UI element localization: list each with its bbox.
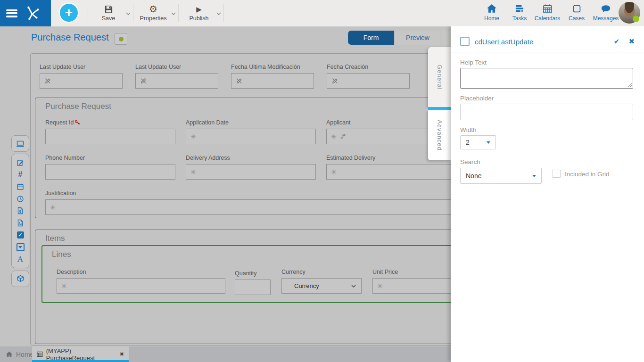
nav-tasks[interactable]: Tasks (506, 3, 533, 22)
view-tab-form[interactable]: Form (348, 31, 394, 45)
currency-select[interactable]: Currency (281, 278, 362, 294)
view-tab-preview[interactable]: Preview (395, 31, 440, 45)
checkbox-icon[interactable]: ✓ (15, 230, 25, 240)
toolbar-divider (223, 4, 224, 22)
width-select[interactable]: 2 (460, 135, 496, 149)
properties-dropdown-chevron[interactable] (171, 9, 176, 17)
field-input[interactable] (327, 73, 410, 89)
field-delivery-address: Delivery Address ✳ (186, 155, 316, 180)
bottom-home-tab[interactable]: Home (6, 346, 33, 362)
resize-grip[interactable] (627, 83, 632, 87)
publish-dropdown-chevron[interactable] (216, 9, 222, 17)
nav-cases[interactable]: Cases (563, 3, 590, 22)
field-input[interactable]: ✳ (45, 199, 465, 215)
menu-icon[interactable] (6, 9, 17, 17)
readonly-pencil-icon (140, 77, 147, 84)
number-icon[interactable]: # (15, 169, 25, 180)
cube-icon[interactable] (15, 274, 25, 284)
entity-relation-icon (339, 133, 347, 140)
active-tab-indicator (428, 107, 451, 110)
field-phone-number: Phone Number (45, 155, 175, 180)
field-fecha-creacion: Fecha Creación (327, 64, 410, 89)
calendars-icon (532, 3, 563, 14)
close-icon[interactable]: ✖ (628, 37, 635, 46)
field-fecha-ultima-modificacion: Fecha Ultima Modificación (231, 64, 314, 89)
messages-icon (590, 3, 621, 14)
field-label: Fecha Creación (327, 64, 410, 70)
field-label: Application Date (186, 119, 316, 126)
active-tab-underline (32, 360, 129, 362)
chevron-down-icon (532, 175, 536, 177)
add-button[interactable]: + (58, 2, 79, 23)
save-dropdown-chevron[interactable] (125, 9, 131, 17)
field-input[interactable] (45, 129, 175, 144)
bizagi-logo-icon[interactable] (23, 4, 41, 22)
bottom-tab-label: (MYAPP) PurchaseRequest (46, 347, 115, 362)
online-status-dot (633, 16, 639, 22)
field-input[interactable]: ✳ (186, 164, 316, 180)
field-input[interactable] (235, 280, 271, 295)
field-application-date: Application Date ✳ (186, 119, 316, 144)
apply-icon[interactable]: ✔ (614, 37, 620, 46)
publish-play-icon: ▶ (184, 3, 214, 14)
included-in-grid-label: Included in Grid (565, 171, 610, 178)
save-button[interactable]: Save (93, 3, 124, 24)
text-label-icon[interactable]: A (15, 254, 25, 264)
monitor-icon[interactable] (15, 139, 25, 149)
tab-general[interactable]: General (428, 47, 451, 107)
save-icon (93, 3, 124, 14)
field-input[interactable]: ✳ (186, 129, 316, 144)
field-input[interactable] (135, 73, 218, 89)
field-select-checkbox[interactable] (460, 37, 470, 46)
field-input[interactable] (40, 73, 123, 89)
nav-tasks-label: Tasks (506, 15, 533, 22)
field-currency: Currency Currency (281, 269, 362, 294)
toolbar-divider (88, 4, 88, 22)
nav-calendars[interactable]: Calendars (532, 3, 563, 22)
calendar-icon[interactable] (15, 181, 25, 192)
required-icon: ✳ (50, 204, 56, 211)
page-title: Purchase Request (31, 32, 109, 43)
gear-icon: ⚙ (138, 3, 169, 14)
placeholder-input[interactable] (460, 104, 633, 120)
field-label: Request Id (45, 119, 74, 126)
edit-icon[interactable] (15, 157, 25, 168)
view-tab-partial[interactable] (441, 31, 451, 45)
width-label: Width (460, 126, 477, 133)
nav-home[interactable]: Home (478, 3, 505, 22)
tasks-icon (506, 3, 533, 14)
app-screen: Purchase Request Form Preview Last Updat… (0, 0, 644, 362)
field-input[interactable] (45, 164, 175, 180)
field-label: Fecha Ultima Modificación (231, 64, 314, 70)
publish-button[interactable]: ▶ Publish (184, 3, 214, 24)
save-label: Save (93, 15, 124, 22)
nav-messages-label: Messages (590, 15, 621, 22)
form-status-button[interactable] (115, 33, 127, 45)
field-label: Delivery Address (186, 155, 316, 161)
palette-box-controls: # ✓ A (11, 154, 29, 268)
nav-messages[interactable]: Messages (590, 3, 621, 22)
field-last-update-user-1: Last Update User (40, 64, 123, 89)
brand-block (0, 0, 51, 26)
field-input[interactable] (231, 73, 314, 89)
field-label: Justification (45, 190, 465, 197)
combobox-icon[interactable] (15, 242, 25, 252)
chevron-down-icon (351, 284, 356, 288)
key-icon (74, 120, 80, 125)
help-text-textarea[interactable] (460, 68, 633, 89)
tab-advanced[interactable]: Advanced (428, 110, 451, 160)
search-select[interactable]: None (460, 168, 542, 184)
readonly-pencil-icon (236, 77, 243, 84)
tab-close-icon[interactable]: ✖ (120, 351, 124, 357)
image-icon[interactable] (15, 218, 25, 228)
file-icon[interactable] (15, 206, 25, 216)
nav-calendars-label: Calendars (532, 15, 563, 22)
status-dot-icon (119, 37, 124, 41)
form-document-icon (37, 351, 43, 357)
field-input[interactable]: ✳ (57, 278, 225, 294)
included-in-grid-checkbox[interactable] (553, 170, 561, 178)
field-input[interactable]: ✳ (326, 164, 456, 180)
bottom-home-label: Home (16, 351, 33, 358)
clock-icon[interactable] (15, 194, 25, 204)
properties-button[interactable]: ⚙ Properties (138, 3, 169, 24)
